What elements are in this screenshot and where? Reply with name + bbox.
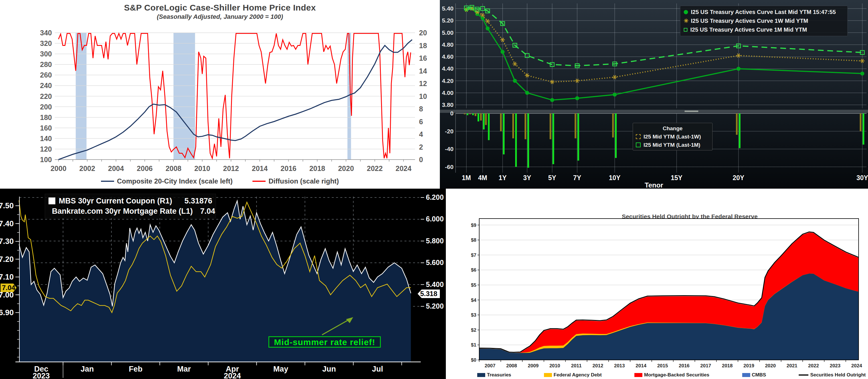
- svg-text:Mar: Mar: [177, 365, 191, 373]
- white-swatch-icon: [49, 198, 55, 204]
- svg-text:8: 8: [419, 105, 423, 113]
- legend-item-1w[interactable]: ✳ I25 US Treasury Actives Curve 1W Mid Y…: [684, 16, 844, 25]
- svg-text:4.60: 4.60: [442, 53, 454, 60]
- change-legend: Change I25 Mid YTM (Last-1W) I25 Mid YTM…: [633, 123, 713, 150]
- svg-text:4: 4: [419, 130, 423, 138]
- svg-text:7.30: 7.30: [0, 237, 14, 246]
- change-legend-title: Change: [636, 124, 709, 133]
- legend-item-mbs-coupon[interactable]: MBS 30yr Current Coupon (R1) 5.31876: [49, 196, 212, 206]
- svg-text:Jul: Jul: [372, 365, 383, 373]
- change-bar-1m: [515, 113, 517, 167]
- legend-item-bankrate[interactable]: Bankrate.com 30yr Mortgage Rate (L1) 7.0…: [49, 206, 212, 216]
- change-bar-1w: [860, 113, 862, 131]
- svg-text:$7: $7: [471, 252, 476, 258]
- svg-text:2008: 2008: [165, 164, 181, 172]
- svg-text:12: 12: [419, 79, 427, 88]
- change-bar-1w: [550, 113, 551, 139]
- legend-value: 7.04: [200, 206, 215, 216]
- svg-text:May: May: [273, 365, 288, 373]
- svg-text:260: 260: [40, 71, 52, 79]
- change-bar-1w: [525, 113, 526, 139]
- svg-text:2020: 2020: [338, 164, 354, 172]
- svg-text:2014: 2014: [252, 164, 268, 172]
- svg-text:2: 2: [419, 143, 423, 151]
- svg-text:200: 200: [40, 103, 52, 111]
- legend-label: I25 Mid YTM (Last-1W): [644, 133, 701, 141]
- legend-item-1m[interactable]: I25 US Treasury Actives Curve 1M Mid YTM: [684, 25, 844, 34]
- legend-item-diffusion: Diffusion (scale right): [252, 177, 339, 185]
- panel-divider[interactable]: [440, 110, 868, 113]
- svg-text:2010: 2010: [194, 164, 210, 172]
- blue-swatch-icon: [742, 373, 750, 377]
- svg-text:6.200: 6.200: [426, 193, 444, 201]
- treasury-curve-chart-panel: 5.405.205.004.804.604.404.204.003.800-20…: [440, 0, 868, 188]
- svg-text:20Y: 20Y: [733, 174, 744, 181]
- svg-text:280: 280: [40, 60, 52, 68]
- mbs-legend: MBS 30yr Current Coupon (R1) 5.31876 Ban…: [45, 194, 216, 218]
- change-bar-1w: [469, 113, 471, 114]
- svg-text:2021: 2021: [786, 363, 797, 369]
- svg-text:5.800: 5.800: [426, 237, 444, 245]
- svg-text:2013: 2013: [614, 363, 625, 369]
- svg-text:2024: 2024: [224, 372, 241, 379]
- svg-text:2024: 2024: [396, 164, 412, 172]
- svg-text:7.10: 7.10: [0, 273, 14, 281]
- svg-text:160: 160: [40, 124, 52, 132]
- svg-text:3Y: 3Y: [523, 174, 531, 181]
- fed-securities-chart-panel: Securities Held Outright by the Federal …: [446, 188, 868, 379]
- svg-text:6.000: 6.000: [426, 215, 444, 223]
- last-price-badge-right: 5.318: [417, 289, 440, 298]
- case-shiller-plot: 3403203002802602402202001801601401201002…: [0, 0, 440, 188]
- change-bar-1m: [472, 113, 474, 115]
- legend-item-change-1w[interactable]: I25 Mid YTM (Last-1W): [636, 133, 709, 141]
- svg-text:4M: 4M: [478, 174, 487, 181]
- legend-label: I25 Mid YTM (Last-1M): [644, 141, 700, 149]
- svg-text:300: 300: [40, 50, 52, 58]
- svg-text:Jun: Jun: [322, 365, 336, 373]
- svg-text:4.80: 4.80: [442, 41, 454, 48]
- last-price-badge-left: 7.04: [1, 283, 17, 292]
- svg-text:$2: $2: [471, 328, 476, 333]
- svg-text:3.80: 3.80: [442, 101, 454, 108]
- svg-text:5.40: 5.40: [442, 5, 454, 12]
- svg-text:2002: 2002: [79, 164, 95, 172]
- composite-line-swatch: [101, 181, 114, 182]
- change-bar-1w: [736, 113, 738, 135]
- annotation-box: Mid-summer rate relief!: [269, 336, 381, 348]
- legend-item-change-1m[interactable]: I25 Mid YTM (Last-1M): [636, 141, 709, 149]
- gold-dashed-box-icon: [636, 134, 641, 139]
- change-bar-1m: [615, 113, 617, 158]
- svg-text:-60: -60: [445, 164, 454, 170]
- svg-text:$4: $4: [471, 298, 476, 303]
- legend-item-last[interactable]: I25 US Treasury Actives Curve Last Mid Y…: [684, 8, 844, 16]
- legend-label: I25 US Treasury Actives Curve Last Mid Y…: [691, 8, 836, 16]
- curve-legend: I25 US Treasury Actives Curve Last Mid Y…: [680, 6, 848, 36]
- svg-text:220: 220: [40, 92, 52, 100]
- legend-value: 5.31876: [184, 196, 212, 206]
- svg-text:180: 180: [40, 113, 52, 122]
- open-square-marker-icon: [684, 28, 687, 32]
- svg-text:2023: 2023: [33, 372, 50, 379]
- svg-text:Jan: Jan: [81, 365, 94, 373]
- change-bar-1m: [553, 113, 554, 164]
- case-shiller-chart-panel: S&P CoreLogic Case-Shiller Home Price In…: [0, 0, 440, 188]
- legend-label: Mortgage-Backed Securities: [644, 372, 709, 378]
- svg-text:7Y: 7Y: [573, 174, 581, 181]
- svg-text:2015: 2015: [657, 363, 668, 369]
- change-bar-1w: [612, 113, 614, 137]
- change-bar-1w: [512, 113, 514, 138]
- change-bar-1w: [575, 113, 576, 138]
- legend-label: I25 US Treasury Actives Curve 1W Mid YTM: [691, 16, 808, 25]
- legend-label: Treasuries: [487, 372, 511, 378]
- legend-label: Composite 20-City Index (scale left): [117, 177, 232, 185]
- change-bar-1m: [483, 113, 485, 129]
- svg-text:14: 14: [419, 67, 427, 75]
- legend-label: Securities Held Outright: [810, 372, 866, 378]
- svg-text:2020: 2020: [765, 363, 776, 369]
- svg-text:2017: 2017: [700, 363, 711, 369]
- svg-text:$9: $9: [471, 222, 476, 228]
- svg-text:5.00: 5.00: [442, 29, 454, 36]
- divider-handle[interactable]: [685, 110, 698, 112]
- svg-text:5.600: 5.600: [426, 259, 444, 267]
- svg-text:4.00: 4.00: [442, 90, 454, 96]
